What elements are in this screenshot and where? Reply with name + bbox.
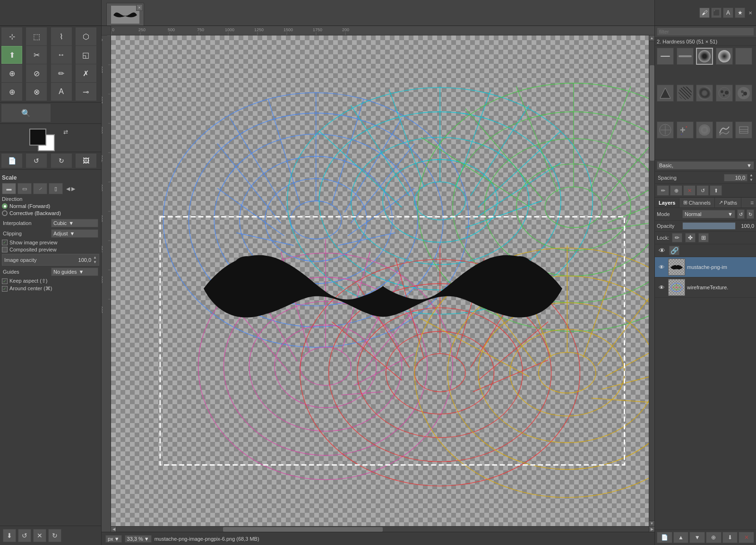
image-tab[interactable]: ×	[106, 3, 144, 26]
raise-layer-btn[interactable]: ▲	[673, 532, 689, 543]
crop-tool[interactable]: ✂	[26, 46, 47, 64]
opacity-spin-up[interactable]: ▲ ▼	[93, 255, 97, 264]
transform-arrows-2[interactable]: ▶	[71, 186, 75, 192]
align-tool[interactable]: ⊕	[1, 83, 22, 101]
mode-select[interactable]: Normal ▼	[682, 210, 735, 218]
warp-tool[interactable]: ⊗	[26, 83, 47, 101]
brush-item[interactable]	[677, 85, 694, 102]
zoom-tool[interactable]: 🔍	[1, 104, 51, 122]
brush-item[interactable]	[696, 121, 713, 138]
move-tool[interactable]: ⊹	[1, 27, 22, 45]
lower-layer-btn[interactable]: ▼	[689, 532, 705, 543]
spacing-input[interactable]	[724, 174, 747, 182]
tab-layers[interactable]: Layers	[655, 198, 679, 208]
corrective-backward-radio[interactable]: Corrective (Backward)	[2, 210, 99, 216]
opacity-slider-area[interactable]	[682, 222, 736, 230]
mode-next-btn[interactable]: ↻	[747, 209, 754, 219]
foreground-color-swatch[interactable]	[29, 129, 46, 146]
tab-channels[interactable]: ⊞ Channels	[679, 198, 714, 208]
duplicate-brush-btn[interactable]: ⊕	[670, 185, 682, 196]
redo-icon[interactable]: ↻	[51, 154, 72, 168]
brush-item[interactable]	[677, 48, 694, 65]
brush-item[interactable]	[735, 121, 752, 138]
composited-preview-checkbox[interactable]: Composited preview	[2, 247, 99, 252]
unit-select[interactable]: px ▼	[105, 535, 122, 543]
brush-filter-input[interactable]	[657, 27, 754, 36]
interpolation-dropdown[interactable]: Cubic ▼	[51, 219, 98, 227]
heal-tool[interactable]: ⊕	[1, 64, 22, 82]
layer-eye-2[interactable]: 👁	[657, 283, 666, 292]
mode-prev-btn[interactable]: ↺	[737, 209, 745, 219]
lasso-tool[interactable]: ⌇	[51, 27, 72, 45]
delete-brush-btn[interactable]: ✕	[683, 185, 696, 196]
brush-item[interactable]	[657, 85, 674, 102]
close-panel-icon[interactable]: ✕	[747, 9, 754, 17]
lock-position-btn[interactable]: ✤	[685, 233, 696, 242]
undo-icon[interactable]: ↺	[26, 154, 47, 168]
export-brush-btn[interactable]: ⬆	[710, 185, 722, 196]
brush-item[interactable]	[657, 48, 674, 65]
eraser-tool[interactable]: ✗	[76, 64, 96, 82]
lock-pixels-btn[interactable]: ✏	[672, 233, 682, 242]
brush-item[interactable]	[716, 121, 733, 138]
rotate-tool[interactable]: ↔	[51, 46, 72, 64]
fuzzy-select-tool[interactable]: ⬡	[76, 27, 96, 45]
layers-menu-icon[interactable]: ≡	[748, 198, 756, 208]
transform-btn-2[interactable]: ▭	[17, 183, 32, 194]
layer-item-wireframe[interactable]: 👁	[655, 277, 756, 298]
around-center-checkbox[interactable]: ✓ Around center (⌘)	[2, 285, 99, 292]
spacing-spin[interactable]: ▲ ▼	[749, 173, 753, 182]
undo-btn[interactable]: ↺	[18, 529, 31, 542]
perspective-tool[interactable]: ◱	[76, 46, 96, 64]
guides-dropdown[interactable]: No guides ▼	[51, 268, 98, 276]
duplicate-layer-btn[interactable]: ⊕	[706, 532, 722, 543]
brush-item[interactable]	[735, 48, 752, 65]
pattern-tab-icon[interactable]: ⬛	[711, 8, 722, 18]
transform-btn-3[interactable]: ⟋	[33, 183, 47, 194]
transform-arrows-1[interactable]: ◀	[66, 186, 70, 192]
keep-aspect-checkbox[interactable]: ✓ Keep aspect (⇧)	[2, 278, 99, 284]
new-layer-btn[interactable]: 📄	[657, 532, 672, 543]
brush-preset-select[interactable]: Basic, ▼	[657, 161, 754, 170]
edit-brush-btn[interactable]: ✏	[657, 185, 669, 196]
brush-item[interactable]	[716, 48, 733, 65]
normal-forward-radio[interactable]: Normal (Forward)	[2, 203, 99, 209]
brush-item[interactable]	[696, 48, 713, 65]
clone-tool[interactable]: ⊘	[26, 64, 47, 82]
image-thumb-icon[interactable]: 🖼	[76, 154, 96, 168]
brush-item[interactable]	[696, 85, 713, 102]
brush-item[interactable]: + • •	[677, 121, 694, 138]
canvas-viewport[interactable]: ◀ ▶ ▲ ▼	[111, 35, 654, 532]
lock-alpha-btn[interactable]: ⊞	[698, 233, 709, 242]
layer-visibility-toggle[interactable]: 👁	[657, 246, 667, 255]
font-tab-icon[interactable]: A	[723, 8, 733, 18]
eyedrop-tool[interactable]: ⊸	[76, 83, 96, 101]
zoom-select[interactable]: 33,3 % ▼	[125, 535, 152, 543]
redo-btn[interactable]: ↻	[48, 529, 61, 542]
swap-colors-icon[interactable]: ⇄	[63, 129, 68, 135]
transform-btn-1[interactable]: ▬	[2, 183, 16, 194]
anchor-layer-btn[interactable]: ⬇	[722, 532, 738, 543]
export-btn[interactable]: ⬇	[3, 529, 16, 542]
rect-select-tool[interactable]: ⬚	[26, 27, 47, 45]
layer-link-toggle[interactable]: 🔗	[669, 246, 679, 255]
layer-item-mustache[interactable]: 👁	[655, 257, 756, 277]
brush-tab-icon[interactable]: 🖌	[699, 8, 710, 18]
transform-btn-4[interactable]: ▯	[49, 183, 63, 194]
gradient-tab-icon[interactable]: ★	[735, 8, 745, 18]
cancel-btn[interactable]: ✕	[33, 529, 46, 542]
brush-item[interactable]	[735, 85, 752, 102]
tab-close[interactable]: ×	[136, 4, 143, 11]
layer-eye-1[interactable]: 👁	[657, 262, 666, 272]
delete-layer-btn[interactable]: ✕	[739, 532, 754, 543]
refresh-brush-btn[interactable]: ↺	[696, 185, 709, 196]
text-tool[interactable]: A	[51, 83, 72, 101]
transform-tool[interactable]: ⬆	[1, 46, 22, 64]
brush-item[interactable]	[716, 85, 733, 102]
clipping-dropdown[interactable]: Adjust ▼	[51, 229, 98, 238]
pencil-tool[interactable]: ✏	[51, 64, 72, 82]
brush-item[interactable]	[657, 121, 674, 138]
show-image-preview-checkbox[interactable]: ✓ Show image preview	[2, 240, 99, 245]
tab-paths[interactable]: ↗ Paths	[715, 198, 741, 208]
new-layer-icon[interactable]: 📄	[1, 154, 22, 168]
